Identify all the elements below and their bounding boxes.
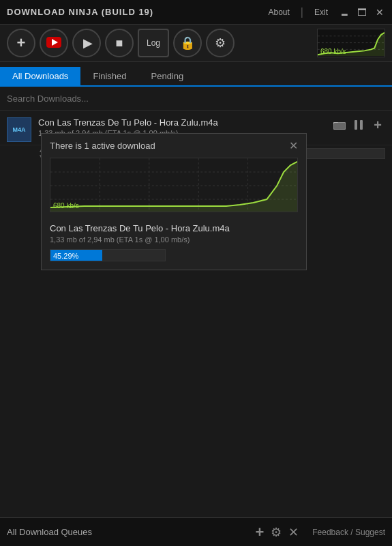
toolbar: + ▶ ■ Log 🔒 ⚙ 680 kb/ [0, 25, 392, 62]
bottom-actions: + ⚙ ✕ [255, 523, 299, 541]
log-label: Log [147, 38, 160, 48]
play-icon: ▶ [83, 35, 93, 51]
pause-button[interactable] [351, 117, 366, 132]
active-download-tooltip: There is 1 active download ✕ 680 kb/s Co… [41, 133, 307, 270]
search-input[interactable] [7, 94, 385, 104]
tabs-bar: All Downloads Finished Pending [0, 62, 392, 87]
settings-button[interactable]: ⚙ [206, 29, 235, 57]
speed-label: 680 kb/s [320, 48, 346, 55]
play-button[interactable]: ▶ [72, 29, 101, 57]
youtube-icon [46, 37, 61, 50]
tooltip-close-button[interactable]: ✕ [289, 139, 298, 152]
svg-marker-18 [50, 162, 297, 212]
stop-button[interactable]: ■ [105, 29, 134, 57]
gear-icon: ⚙ [215, 35, 226, 51]
close-button[interactable]: ✕ [374, 7, 385, 18]
svg-rect-8 [334, 123, 345, 129]
open-folder-button[interactable] [332, 117, 347, 132]
remove-queue-button[interactable]: ✕ [288, 525, 299, 540]
download-actions: + [332, 117, 385, 132]
speed-widget: 680 kb/s [317, 29, 385, 57]
tooltip-download-name: Con Las Trenzas De Tu Pelo - Hora Zulu.m… [50, 223, 298, 233]
tooltip-header: There is 1 active download ✕ [42, 134, 306, 158]
maximize-button[interactable]: 🗖 [357, 7, 367, 18]
tooltip-title: There is 1 active download [50, 141, 155, 151]
add-queue-button[interactable]: + [255, 523, 264, 541]
add-download-button[interactable]: + [7, 29, 35, 57]
svg-rect-10 [360, 120, 363, 130]
stop-icon: ■ [116, 36, 123, 51]
feedback-link[interactable]: Feedback / Suggest [312, 528, 385, 537]
youtube-button[interactable] [40, 29, 68, 57]
search-bar [0, 87, 392, 111]
log-button[interactable]: Log [138, 29, 169, 57]
tooltip-progress-bar: 45.29% [50, 249, 166, 261]
lock-icon: 🔒 [180, 35, 195, 51]
minimize-button[interactable]: 🗕 [339, 7, 350, 18]
tooltip-download-meta: 1,33 mb of 2,94 mb (ETA 1s @ 1,00 mb/s) [50, 235, 298, 244]
tab-all-downloads[interactable]: All Downloads [0, 67, 80, 87]
queue-label: All Download Queues [7, 527, 255, 537]
title-bar-controls: About | Exit 🗕 🗖 ✕ [264, 6, 385, 18]
app-title: DOWNLOAD NINJA (BUILD 19) [7, 7, 153, 17]
queue-settings-button[interactable]: ⚙ [271, 525, 282, 540]
exit-button[interactable]: Exit [310, 6, 332, 18]
tab-finished[interactable]: Finished [80, 67, 138, 87]
download-name: Con Las Trenzas De Tu Pelo - Hora Zulu.m… [38, 117, 332, 128]
mini-chart-speed-label: 680 kb/s [53, 202, 79, 210]
title-bar: DOWNLOAD NINJA (BUILD 19) About | Exit 🗕… [0, 0, 392, 25]
about-button[interactable]: About [264, 6, 293, 18]
bottom-bar: All Download Queues + ⚙ ✕ Feedback / Sug… [0, 517, 392, 546]
lock-button[interactable]: 🔒 [173, 29, 202, 57]
svg-rect-9 [355, 120, 357, 130]
file-type-icon: M4A [7, 117, 31, 142]
tab-pending[interactable]: Pending [139, 67, 196, 87]
tooltip-progress-label: 45.29% [53, 250, 78, 262]
plus-icon: + [17, 34, 26, 52]
tooltip-download-info: Con Las Trenzas De Tu Pelo - Hora Zulu.m… [42, 218, 306, 270]
mini-speed-chart: 680 kb/s [50, 158, 298, 212]
add-to-queue-button[interactable]: + [370, 117, 385, 132]
